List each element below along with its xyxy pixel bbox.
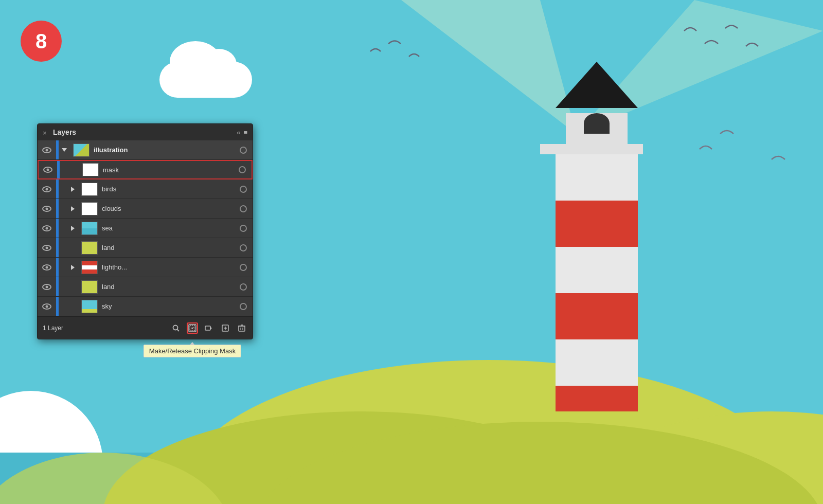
blue-bar-sky bbox=[56, 297, 59, 316]
lighthouse-roof bbox=[556, 62, 638, 108]
circle-col-birds[interactable] bbox=[234, 186, 253, 193]
label-sky: sky bbox=[101, 302, 234, 310]
circle-illustration[interactable] bbox=[240, 147, 247, 154]
eye-mask[interactable] bbox=[39, 167, 57, 173]
thumb-land2 bbox=[81, 280, 98, 294]
eye-illustration[interactable] bbox=[38, 147, 56, 153]
label-lighthouse: lightho... bbox=[101, 263, 234, 271]
blue-bar-land2 bbox=[56, 277, 59, 296]
circle-col-land1[interactable] bbox=[234, 244, 253, 251]
eye-clouds[interactable] bbox=[38, 206, 56, 212]
thumb-clouds bbox=[81, 202, 98, 215]
arrow-icon-birds[interactable] bbox=[71, 187, 75, 192]
circle-col-clouds[interactable] bbox=[234, 205, 253, 212]
layer-row-mask[interactable]: mask bbox=[38, 160, 253, 179]
panel-title-left: × Layers bbox=[43, 128, 76, 136]
eye-icon-sea[interactable] bbox=[42, 225, 51, 231]
arrow-icon-sea[interactable] bbox=[71, 226, 75, 231]
circle-birds[interactable] bbox=[240, 186, 247, 193]
clip-mask-icon bbox=[188, 323, 197, 333]
eye-icon-illustration[interactable] bbox=[42, 147, 51, 153]
move-icon bbox=[205, 324, 213, 332]
circle-col-lighthouse[interactable] bbox=[234, 264, 253, 271]
stripe-1 bbox=[556, 154, 638, 201]
thumb-land1 bbox=[81, 241, 98, 255]
menu-icon[interactable]: ≡ bbox=[243, 129, 247, 136]
layer-list: illustrationmaskbirdscloudssealandlighth… bbox=[38, 140, 253, 316]
label-illustration: illustration bbox=[93, 146, 234, 154]
blue-bar-sea bbox=[56, 219, 59, 238]
circle-col-sea[interactable] bbox=[234, 225, 253, 232]
circle-col-illustration[interactable] bbox=[234, 147, 253, 154]
delete-layer-button[interactable] bbox=[236, 322, 247, 334]
eye-icon-land2[interactable] bbox=[42, 284, 51, 290]
blue-bar-mask bbox=[57, 161, 60, 178]
label-mask: mask bbox=[102, 166, 233, 174]
thumb-birds bbox=[81, 183, 98, 196]
collapse-icon[interactable]: « bbox=[237, 129, 240, 136]
arrow-clouds[interactable] bbox=[67, 206, 78, 211]
eye-icon-lighthouse[interactable] bbox=[42, 264, 51, 271]
thumb-sea bbox=[81, 222, 98, 235]
lighthouse-window bbox=[584, 113, 610, 134]
circle-col-sky[interactable] bbox=[234, 303, 253, 310]
circle-land2[interactable] bbox=[240, 283, 247, 291]
eye-sea[interactable] bbox=[38, 225, 56, 231]
step-number: 8 bbox=[35, 30, 47, 53]
circle-clouds[interactable] bbox=[240, 205, 247, 212]
layer-row-illustration[interactable]: illustration bbox=[38, 140, 253, 160]
arrow-icon-lighthouse[interactable] bbox=[71, 265, 75, 270]
arrow-lighthouse[interactable] bbox=[67, 265, 78, 270]
label-clouds: clouds bbox=[101, 205, 234, 212]
layer-row-clouds[interactable]: clouds bbox=[38, 199, 253, 219]
stripe-2 bbox=[556, 201, 638, 247]
arrow-illustration[interactable] bbox=[59, 148, 70, 152]
label-birds: birds bbox=[101, 185, 234, 193]
eye-icon-clouds[interactable] bbox=[42, 206, 51, 212]
layer-row-birds[interactable]: birds bbox=[38, 179, 253, 199]
layer-row-sea[interactable]: sea bbox=[38, 219, 253, 238]
move-button[interactable] bbox=[203, 322, 214, 334]
eye-land2[interactable] bbox=[38, 284, 56, 290]
eye-land1[interactable] bbox=[38, 245, 56, 251]
eye-icon-sky[interactable] bbox=[42, 303, 51, 310]
circle-sea[interactable] bbox=[240, 225, 247, 232]
layer-row-sky[interactable]: sky bbox=[38, 297, 253, 316]
svg-line-9 bbox=[177, 329, 180, 331]
label-sea: sea bbox=[101, 224, 234, 232]
lighthouse bbox=[550, 62, 643, 401]
circle-mask[interactable] bbox=[239, 166, 246, 173]
delete-icon bbox=[238, 324, 246, 332]
eye-icon-land1[interactable] bbox=[42, 245, 51, 251]
svg-point-8 bbox=[173, 325, 178, 330]
thumb-sky bbox=[81, 300, 98, 313]
eye-birds[interactable] bbox=[38, 186, 56, 192]
eye-sky[interactable] bbox=[38, 303, 56, 310]
add-layer-button[interactable] bbox=[220, 322, 231, 334]
arrow-sea[interactable] bbox=[67, 226, 78, 231]
arrow-icon-illustration[interactable] bbox=[62, 148, 67, 152]
eye-icon-mask[interactable] bbox=[43, 167, 52, 173]
layer-row-land2[interactable]: land bbox=[38, 277, 253, 297]
circle-col-mask[interactable] bbox=[233, 166, 252, 173]
arrow-icon-clouds[interactable] bbox=[71, 206, 75, 211]
search-button[interactable] bbox=[170, 322, 182, 334]
arrow-birds[interactable] bbox=[67, 187, 78, 192]
circle-lighthouse[interactable] bbox=[240, 264, 247, 271]
layer-row-land1[interactable]: land bbox=[38, 238, 253, 258]
close-icon[interactable]: × bbox=[43, 129, 49, 135]
blue-bar-birds bbox=[56, 179, 59, 199]
panel-titlebar: × Layers « ≡ bbox=[38, 124, 253, 140]
panel-title: Layers bbox=[53, 128, 76, 136]
layer-row-lighthouse[interactable]: lightho... bbox=[38, 258, 253, 277]
circle-sky[interactable] bbox=[240, 303, 247, 310]
layers-panel: × Layers « ≡ illustrationmaskbirdsclouds… bbox=[37, 123, 253, 339]
eye-lighthouse[interactable] bbox=[38, 264, 56, 271]
clip-mask-button[interactable]: Make/Release Clipping Mask bbox=[187, 322, 198, 334]
thumb-lighthouse bbox=[81, 261, 98, 274]
label-land1: land bbox=[101, 244, 234, 251]
eye-icon-birds[interactable] bbox=[42, 186, 51, 192]
circle-land1[interactable] bbox=[240, 244, 247, 251]
lighthouse-platform bbox=[540, 144, 643, 154]
circle-col-land2[interactable] bbox=[234, 283, 253, 291]
